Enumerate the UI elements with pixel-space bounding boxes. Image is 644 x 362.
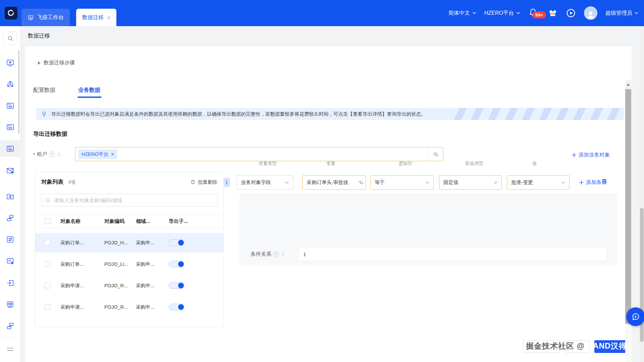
cell-name: 采购订单... [60,261,84,267]
table-row[interactable]: 采购申请... POJO_R... 采购申... [35,297,223,317]
column-domain: 领域... [136,218,150,225]
notifications-button[interactable]: 99+ [528,7,540,19]
column-name: 对象名称 [60,218,80,225]
tenant-switcher[interactable]: HZERO平台 [484,10,520,17]
cell-domain: 采购申... [136,240,155,246]
cell-domain: 采购申... [136,261,155,267]
sidebar-item-chart-gear[interactable] [0,252,20,269]
export-child-toggle[interactable] [169,282,184,289]
export-child-toggle[interactable] [169,239,184,246]
cell-code: POJO_R... [104,304,128,310]
tag-close-icon[interactable] [111,153,114,156]
sidebar-item-sliders[interactable] [0,296,20,313]
row-checkbox[interactable] [45,283,50,289]
operator-select[interactable]: 等于 [370,175,434,190]
sidebar-item-code-window-2[interactable] [0,119,20,135]
label-value: 值 [532,161,537,167]
label-variable: 变量 [326,161,335,167]
topbar-right: 简体中文 HZERO平台 99+ [448,0,638,26]
table-row[interactable]: 采购订单... POJO_H... 采购申... [35,233,223,252]
relation-input[interactable] [299,247,607,261]
row-checkbox[interactable] [45,240,50,246]
sidebar-search-button[interactable] [3,32,17,45]
delete-condition-button[interactable] [601,178,608,186]
variable-lov-input[interactable]: 采购订单头.审批状 [302,175,366,190]
tenant-tag-label: HZERO平台 [82,151,108,158]
scrollbar-up-button[interactable] [625,80,631,89]
steps-collapse-toggle[interactable]: 数据迁移步骤 [38,59,75,66]
object-search-input[interactable] [54,197,218,203]
user-icon [585,9,596,20]
sidebar-item-code-window-active[interactable] [0,140,20,157]
market-button[interactable] [548,8,558,18]
batch-delete-button[interactable]: 批量删除 [190,179,217,185]
chart-window-gear-icon [6,257,14,265]
row-checkbox[interactable] [45,304,50,310]
app-logo[interactable] [5,7,17,19]
steps-collapse-label: 数据迁移步骤 [44,59,75,66]
add-business-object-button[interactable]: 添加业务对象 [572,152,610,159]
label-operator: 逻辑符 [398,161,412,167]
search-icon [7,35,13,42]
search-icon [45,197,51,203]
topbar: 飞搭工作台 数据迁移 简体中文 HZERO平台 [0,0,644,26]
operator-value: 等于 [375,179,385,186]
sidebar-item-code-window-1[interactable] [0,97,20,114]
condition-index-badge: 1 [223,178,230,187]
export-child-toggle[interactable] [169,304,184,310]
sidebar-item-mail-gear[interactable] [0,162,20,179]
user-menu[interactable]: 超级管理员 [605,10,638,17]
content-scrollbar-thumb[interactable] [625,89,631,324]
footer-secondary-button-1[interactable] [523,340,560,353]
new-tab-button[interactable] [101,10,115,24]
export-child-toggle[interactable] [169,261,184,267]
trash-icon [190,179,196,185]
monitor-gear-icon [6,59,14,67]
value-type-select[interactable]: 固定值 [439,175,502,190]
tenant-tag: HZERO平台 [78,149,117,159]
caret-right-icon [38,61,41,65]
assistant-float-button[interactable] [626,307,644,326]
footer-secondary-button-2[interactable] [565,340,590,353]
sidebar-item-terminal[interactable] [0,341,20,357]
sliders-window-icon [6,300,14,309]
variable-type-select[interactable]: 业务对象字段 [236,175,293,190]
tenant-lov-lookup-button[interactable] [428,147,443,161]
object-list-title: 对象列表 [41,178,63,186]
tenant-lov-input[interactable]: HZERO平台 [75,147,443,161]
tshirt-icon [548,8,558,18]
table-row[interactable]: 采购申请... POJO_R... 采购申... [35,276,223,295]
sidebar-item-share-network[interactable] [0,76,20,93]
logo-icon [7,9,15,17]
relation-field-label: 条件关系 ? ： [251,251,286,258]
help-icon[interactable]: ? [273,251,279,257]
value-select[interactable]: 批准-变更 [507,175,570,190]
avatar[interactable] [584,6,597,20]
sidebar-item-flow-nodes-2[interactable] [0,317,20,334]
column-code: 对象编码 [104,218,124,225]
tab-business-data[interactable]: 业务数据 [78,86,100,94]
batch-delete-label: 批量删除 [198,179,217,185]
tab-config-data[interactable]: 配置数据 [33,86,55,94]
table-row[interactable]: 采购订单... POJO_LI... 采购申... [35,254,223,274]
help-icon[interactable]: ? [49,152,55,157]
sidebar-item-monitor-gear[interactable] [0,54,20,71]
cell-domain: 采购申... [136,304,155,310]
tour-button[interactable] [566,8,576,18]
code-window-icon [6,123,14,131]
select-all-checkbox[interactable] [45,219,50,224]
flow-nodes-icon [6,214,14,222]
sidebar-item-folder-gear[interactable] [0,188,20,205]
cell-name: 采购订单... [60,240,84,246]
sidebar-item-flow-nodes-1[interactable] [0,209,20,226]
cell-code: POJO_R... [104,283,128,288]
tab-workspace[interactable]: 飞搭工作台 [21,9,70,26]
sidebar-item-import[interactable] [0,275,20,291]
cell-name: 采购申请... [60,304,84,310]
row-checkbox[interactable] [45,261,50,267]
lookup-icon[interactable] [358,180,364,185]
sidebar-divider [3,337,17,338]
sidebar-item-data-transfer[interactable] [0,231,20,248]
language-switcher[interactable]: 简体中文 [448,10,476,17]
assistant-icon [630,311,641,322]
